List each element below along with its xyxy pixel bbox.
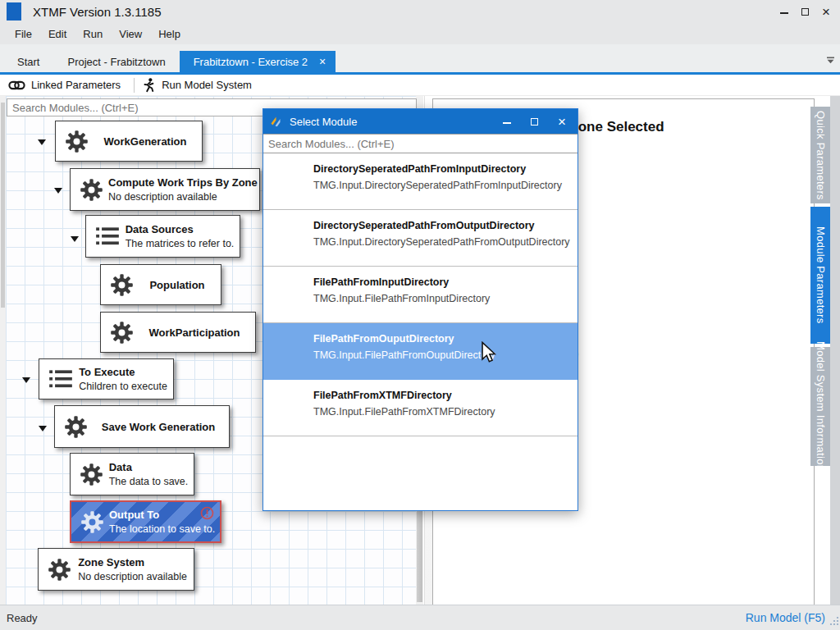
dialog-app-icon [270, 115, 283, 128]
module-description: Children to execute [79, 381, 167, 392]
gear-icon [80, 463, 103, 486]
collapse-expander-icon[interactable] [71, 236, 79, 242]
menu-item-edit[interactable]: Edit [40, 25, 75, 43]
module-item-name: FilePathFromOuputDirectory [313, 333, 571, 345]
tab-frabitztown-exercise-2[interactable]: Frabitztown - Exercise 2× [180, 51, 336, 72]
module-title: Output To [109, 509, 159, 521]
module-node[interactable]: WorkGeneration [55, 121, 203, 162]
menu-item-file[interactable]: File [7, 25, 40, 43]
module-node[interactable]: Compute Work Trips By ZoneNo description… [70, 168, 260, 211]
side-tab-rail: Quick ParametersModule ParametersModel S… [810, 96, 830, 605]
module-node[interactable]: Output ToThe location to save to. [70, 500, 221, 543]
left-scrollbar[interactable] [0, 96, 6, 605]
module-item-name: DirectorySeperatedPathFromInputDirectory [313, 163, 571, 175]
window-title: XTMF Version 1.3.1185 [33, 5, 780, 19]
menu-item-run[interactable]: Run [75, 25, 111, 43]
collapse-expander-icon[interactable] [54, 188, 62, 194]
chevron-down-icon [826, 57, 835, 64]
minimize-button[interactable] [780, 6, 788, 17]
tab-label: Start [17, 56, 39, 68]
module-item-type: TMG.Input.FilePathFromOuputDirectory [313, 349, 571, 361]
select-module-dialog: Select Module × DirectorySeperatedPathFr… [262, 108, 578, 511]
module-description: No description available [108, 191, 217, 203]
module-title: Zone System [78, 556, 144, 568]
gear-icon [80, 510, 104, 534]
module-title: Population [149, 279, 204, 291]
run-model-link[interactable]: Run Model (F5) [746, 611, 837, 624]
side-tab-label: Quick Parameters [815, 111, 827, 200]
xtmf-logo-icon [270, 115, 283, 128]
module-list-item[interactable]: FilePathFromOuputDirectoryTMG.Input.File… [263, 323, 578, 380]
toolbar-button-run-model-system[interactable]: Run Model System [139, 75, 260, 95]
side-tab-module-parameters[interactable]: Module Parameters [810, 207, 830, 344]
collapse-expander-icon[interactable] [39, 426, 47, 431]
maximize-button[interactable] [801, 6, 809, 17]
dialog-close-button[interactable]: × [558, 115, 566, 129]
collapse-expander-icon[interactable] [22, 377, 30, 383]
run-model-icon [141, 77, 156, 94]
module-item-type: TMG.Input.FilePathFromInputDirectory [313, 293, 571, 304]
titlebar: XTMF Version 1.3.1185 × [0, 0, 840, 23]
menu-item-view[interactable]: View [111, 25, 150, 43]
module-node[interactable]: Save Work Generation [54, 405, 230, 448]
tabstrip-wrap: StartProject - FrabitztownFrabitztown - … [0, 44, 840, 75]
module-list-item[interactable]: FilePathFromInputDirectoryTMG.Input.File… [263, 267, 578, 323]
module-description: The matrices to refer to. [126, 238, 235, 249]
tab-label: Frabitztown - Exercise 2 [194, 56, 308, 68]
module-description: The location to save to. [109, 523, 215, 535]
tab-close-icon[interactable]: × [319, 55, 326, 68]
module-description: No description available [78, 571, 187, 582]
tab-label: Project - Frabitztown [67, 56, 165, 68]
side-tab-label: Module Parameters [815, 226, 827, 324]
xtmf-window: XTMF Version 1.3.1185 × FileEditRunViewH… [0, 0, 840, 630]
module-title: Compute Work Trips By Zone [108, 176, 258, 189]
module-node[interactable]: To ExecuteChildren to execute [39, 358, 174, 399]
gear-icon [80, 178, 103, 202]
gear-icon [48, 558, 71, 582]
module-item-type: TMG.Input.FilePathFromXTMFDirectory [313, 406, 571, 418]
collapse-expander-icon[interactable] [38, 139, 46, 145]
module-list: DirectorySeperatedPathFromInputDirectory… [263, 153, 578, 510]
module-description: The data to save. [109, 476, 189, 487]
module-title: Data Sources [126, 223, 194, 235]
tab-start[interactable]: Start [3, 51, 53, 72]
error-icon [200, 506, 214, 520]
app-icon [7, 2, 21, 21]
toolbar: Linked ParametersRun Model System [0, 75, 840, 96]
dialog-title: Select Module [290, 116, 503, 128]
module-node[interactable]: WorkParticipation [100, 312, 256, 353]
resize-grip-icon[interactable] [829, 614, 839, 629]
main-area: WorkGenerationCompute Work Trips By Zone… [0, 96, 840, 605]
module-title: Save Work Generation [102, 421, 215, 433]
side-tab-model-system-information[interactable]: Model System Information [810, 347, 830, 466]
side-tab-quick-parameters[interactable]: Quick Parameters [810, 107, 830, 203]
module-title: Data [109, 461, 132, 473]
dialog-maximize-button[interactable] [531, 116, 538, 127]
module-node[interactable]: Data SourcesThe matrices to refer to. [85, 215, 240, 258]
gear-icon [110, 321, 134, 345]
module-node[interactable]: Zone SystemNo description available [38, 548, 194, 591]
menubar: FileEditRunViewHelp [0, 23, 840, 44]
menu-item-help[interactable]: Help [150, 25, 189, 43]
toolbar-button-linked-parameters[interactable]: Linked Parameters [7, 75, 129, 95]
module-title: To Execute [79, 366, 135, 378]
module-node[interactable]: DataThe data to save. [70, 453, 194, 495]
tab-project-frabitztown[interactable]: Project - Frabitztown [53, 51, 179, 72]
toolbar-button-label: Run Model System [162, 79, 252, 91]
dialog-titlebar[interactable]: Select Module × [263, 109, 578, 134]
module-list-item[interactable]: DirectorySeperatedPathFromInputDirectory… [263, 153, 578, 210]
toolbar-separator [134, 78, 135, 93]
module-node[interactable]: Population [100, 264, 221, 305]
module-item-type: TMG.Input.DirectorySeperatedPathFromInpu… [313, 180, 571, 191]
module-item-name: DirectorySeperatedPathFromOutputDirector… [313, 220, 571, 231]
tab-overflow-icon[interactable] [826, 52, 835, 67]
side-tab-label: Model System Information [815, 341, 827, 471]
dialog-search-input[interactable] [263, 134, 578, 153]
module-item-name: FilePathFromXTMFDirectory [313, 390, 571, 401]
dialog-minimize-button[interactable] [503, 116, 511, 127]
module-list-item[interactable]: FilePathFromXTMFDirectoryTMG.Input.FileP… [263, 380, 578, 436]
module-list-item[interactable]: DirectorySeperatedPathFromOutputDirector… [263, 210, 578, 267]
tabstrip: StartProject - FrabitztownFrabitztown - … [0, 51, 840, 72]
list-icon [48, 368, 73, 390]
close-button[interactable]: × [822, 5, 830, 19]
